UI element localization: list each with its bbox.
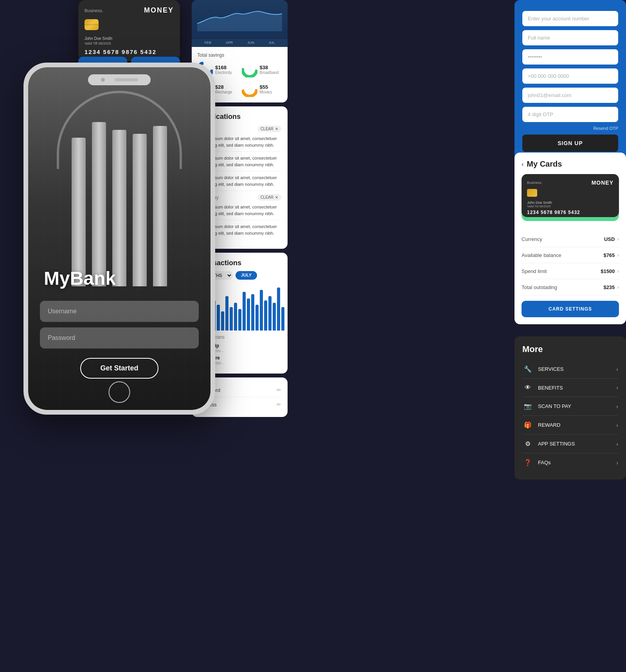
services-icon: 🔧: [522, 365, 533, 373]
chevron-right-icon: ›: [616, 403, 618, 410]
cards-stack: 1234 5678 9876 5432 Business. MONEY John…: [522, 174, 619, 225]
savings-category-recharge: Recharge: [215, 90, 232, 94]
services-label: SERVICES: [538, 366, 564, 372]
username-input[interactable]: [40, 301, 199, 322]
more-item-app-settings[interactable]: ⚙ APP SETTINGS ›: [522, 435, 618, 453]
phone-input[interactable]: [522, 68, 618, 84]
savings-category-broadband: Broadband: [260, 70, 279, 75]
reward-label: REWARD: [538, 422, 560, 428]
card-owner-name: John Doe Smith: [527, 201, 613, 205]
my-cards-panel: ‹ My Cards 1234 5678 9876 5432 Business.…: [514, 153, 626, 324]
my-cards-title: My Cards: [527, 160, 562, 169]
card-chip: [527, 189, 537, 197]
more-item-scan-to-pay[interactable]: 📷 SCAN TO PAY ›: [522, 397, 618, 416]
benefits-label: BENEFITS: [538, 385, 563, 391]
svg-point-3: [243, 82, 257, 96]
transaction-bar: [260, 290, 263, 331]
more-panel: More 🔧 SERVICES › 👁 BENEFITS › 📷 SCAN TO…: [514, 336, 626, 480]
card-detail-outstanding: Total outstading $235 ›: [522, 279, 619, 295]
card-logo: MONEY: [592, 180, 613, 186]
chevron-right-icon: ›: [616, 422, 618, 428]
card-valid: Valid Till 08/2025: [527, 205, 613, 208]
top-card: Business. MONEY John Doe Smith Valid Til…: [78, 0, 180, 61]
card-biz-label: Business.: [527, 181, 542, 185]
july-pill[interactable]: JULY: [236, 271, 257, 280]
card-chip: [85, 19, 99, 30]
more-title: More: [522, 344, 618, 354]
detail-label: Currency: [522, 236, 542, 242]
chevron-right-icon: ›: [616, 385, 618, 391]
savings-amount-movies: $55: [260, 84, 272, 90]
transaction-bar: [217, 305, 220, 331]
detail-value: $1500: [601, 268, 615, 274]
chevron-right-icon: ›: [616, 441, 618, 447]
scan-to-pay-label: SCAN TO PAY: [538, 403, 571, 409]
edit-icon[interactable]: ✏: [277, 401, 281, 408]
detail-value: $765: [603, 252, 615, 258]
transaction-bar: [243, 292, 246, 331]
chevron-right-icon: ›: [617, 236, 619, 242]
notif-clear-today-button[interactable]: CLEAR ✕: [257, 126, 281, 132]
scan-icon: 📷: [522, 402, 533, 410]
savings-amount-broadband: $38: [260, 65, 279, 70]
bank-title: MyBank: [40, 268, 116, 289]
more-item-faqs[interactable]: ❓ FAQs ›: [522, 453, 618, 472]
detail-value: USD: [604, 236, 615, 242]
transaction-bar: [230, 307, 233, 331]
transaction-bar: [251, 294, 254, 331]
transaction-bar: [221, 311, 224, 331]
more-item-services[interactable]: 🔧 SERVICES ›: [522, 360, 618, 379]
svg-point-1: [243, 63, 257, 77]
transaction-bar: [234, 303, 237, 331]
savings-item-broadband: $38 Broadband: [242, 62, 282, 77]
transaction-bar: [255, 305, 259, 331]
more-item-reward[interactable]: 🎁 REWARD ›: [522, 416, 618, 435]
benefits-icon: 👁: [522, 384, 533, 391]
app-settings-label: APP SETTINGS: [538, 441, 575, 447]
card-money-logo: MONEY: [144, 6, 174, 14]
month-label-feb: FEB: [204, 41, 211, 45]
phone-mockup: MyBank Get Started: [23, 63, 215, 415]
detail-label: Available balance: [522, 252, 561, 258]
card-owner-name: John Doe Smith: [85, 36, 174, 41]
card-detail-spend-limit: Spend limit $1500 ›: [522, 263, 619, 279]
faqs-label: FAQs: [538, 460, 551, 465]
reward-icon: 🎁: [522, 421, 533, 429]
account-number-input[interactable]: [522, 11, 618, 26]
phone-camera: [101, 78, 105, 82]
notif-clear-yesterday-button[interactable]: CLEAR ✕: [257, 194, 281, 201]
faqs-icon: ❓: [522, 459, 533, 466]
card-valid: Valid Till 08/2025: [85, 41, 174, 45]
signup-button[interactable]: SIGN UP: [522, 135, 618, 152]
savings-category-electricity: Electricity: [215, 70, 232, 75]
savings-category-movies: Movies: [260, 90, 272, 94]
get-started-button[interactable]: Get Started: [80, 358, 158, 379]
back-button[interactable]: ‹: [522, 161, 523, 168]
phone-speaker: [115, 78, 138, 81]
savings-amount-electricity: $168: [215, 65, 232, 70]
password-input[interactable]: [40, 327, 199, 349]
month-label-apr: APR: [226, 41, 233, 45]
card-business-label: Business.: [85, 8, 103, 13]
transaction-bar: [264, 300, 267, 331]
edit-icon[interactable]: ✏: [277, 387, 281, 393]
email-input[interactable]: [522, 88, 618, 103]
chevron-right-icon: ›: [616, 460, 618, 466]
settings-icon: ⚙: [522, 440, 533, 447]
chevron-right-icon: ›: [617, 284, 619, 290]
card-dark[interactable]: Business. MONEY John Doe Smith Valid Til…: [522, 174, 619, 217]
detail-label: Spend limit: [522, 268, 547, 274]
full-name-input[interactable]: [522, 30, 618, 45]
signup-panel: Resend OTP SIGN UP Already have an accou…: [514, 0, 626, 173]
detail-value: $235: [603, 284, 615, 290]
signup-password-input[interactable]: [522, 49, 618, 65]
card-detail-currency: Currency USD ›: [522, 231, 619, 247]
card-settings-button[interactable]: CARD SETTINGS: [522, 301, 619, 317]
resend-otp-label[interactable]: Resend OTP: [522, 126, 618, 131]
phone-home-button[interactable]: [109, 381, 130, 403]
otp-input[interactable]: [522, 107, 618, 122]
transaction-bar: [225, 296, 228, 331]
more-item-benefits[interactable]: 👁 BENEFITS ›: [522, 379, 618, 397]
month-label-jul: JUL: [269, 41, 275, 45]
detail-label: Total outstading: [522, 284, 557, 290]
